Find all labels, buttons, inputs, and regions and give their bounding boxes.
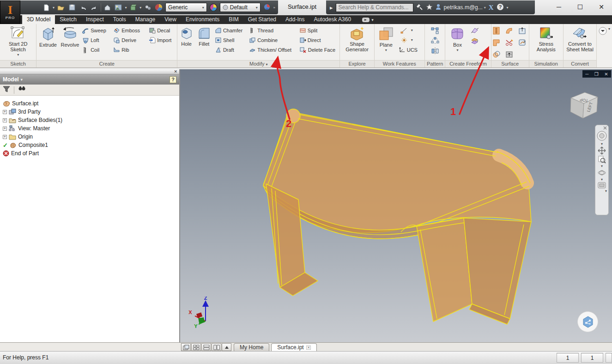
panel-label-simulation[interactable]: Simulation: [529, 60, 563, 67]
convert-to-freeform-button[interactable]: [469, 36, 480, 46]
tree-item-composite1[interactable]: ✓ Composite1: [3, 141, 179, 149]
zoom-button[interactable]: [596, 155, 608, 164]
orbit-button[interactable]: [596, 169, 608, 177]
ruled-surface-button[interactable]: [504, 25, 515, 36]
revolve-button[interactable]: Revolve: [60, 25, 80, 49]
expand-icon[interactable]: +: [3, 135, 7, 139]
material-button[interactable]: [128, 2, 138, 12]
ribbon-collapse-dropdown-icon[interactable]: ▾: [608, 27, 610, 31]
ribbon-collapse-button[interactable]: [599, 27, 607, 36]
open-button[interactable]: [56, 2, 66, 12]
thicken-offset-button[interactable]: Thicken/ Offset: [248, 45, 297, 55]
save-button[interactable]: [67, 2, 77, 12]
redo-button[interactable]: [90, 2, 99, 12]
panel-label-surface[interactable]: Surface: [491, 60, 529, 67]
import-button[interactable]: Import: [148, 35, 176, 45]
tree-item-3rd-party[interactable]: + 3rd Party: [3, 108, 179, 116]
search-input[interactable]: [336, 3, 413, 12]
panel-label-convert[interactable]: Convert: [564, 60, 596, 67]
model-canvas[interactable]: [180, 69, 612, 342]
satellite-icon[interactable]: [416, 4, 423, 12]
freeform-face-button[interactable]: [469, 25, 480, 36]
emboss-button[interactable]: Emboss: [112, 25, 147, 35]
panel-label-create-freeform[interactable]: Create Freeform: [445, 60, 491, 67]
user-icon[interactable]: [436, 4, 441, 11]
maximize-button[interactable]: ☐: [570, 0, 591, 14]
combine-button[interactable]: Combine: [248, 35, 297, 45]
tile-horizontal-button[interactable]: [201, 343, 211, 351]
panel-label-work-features[interactable]: Work Features: [375, 60, 424, 67]
browser-help-icon[interactable]: ?: [170, 76, 176, 83]
view-cube[interactable]: TOP LEFT: [563, 84, 604, 126]
tree-item-end-of-part[interactable]: End of Part: [3, 149, 179, 158]
point-button[interactable]: ▾: [398, 35, 424, 45]
minimize-button[interactable]: ─: [548, 0, 570, 14]
split-button[interactable]: Split: [298, 25, 339, 35]
tab-close-icon[interactable]: ✕: [306, 346, 311, 350]
panel-label-pattern[interactable]: Pattern: [425, 60, 445, 67]
loft-button[interactable]: Loft: [81, 35, 111, 45]
trim-surface-button[interactable]: [504, 37, 515, 48]
zoom-dropdown-icon[interactable]: ▾: [596, 164, 608, 168]
stress-analysis-button[interactable]: Stress Analysis: [532, 25, 560, 53]
panel-label-modify[interactable]: Modify ▾: [177, 60, 339, 67]
browser-header[interactable]: Model▾ ?: [0, 74, 179, 85]
panel-label-create[interactable]: Create: [36, 60, 177, 67]
stitch-surface-button[interactable]: [491, 25, 502, 36]
favorites-star-icon[interactable]: [426, 4, 433, 12]
sweep-button[interactable]: Sweep: [81, 25, 111, 35]
pan-button[interactable]: [596, 146, 608, 155]
render-button[interactable]: [114, 2, 123, 12]
help-icon[interactable]: ?: [497, 3, 504, 12]
appearance-wheel-icon[interactable]: [209, 2, 218, 12]
search-pane-toggle-icon[interactable]: ▸: [330, 4, 333, 11]
undo-button[interactable]: [79, 2, 88, 12]
decal-button[interactable]: Decal: [148, 25, 176, 35]
cascade-windows-button[interactable]: [181, 343, 191, 351]
appearance-select[interactable]: Default▾: [220, 3, 261, 12]
doc-close-icon[interactable]: ✕: [604, 72, 608, 77]
tab-inspect[interactable]: Inspect: [81, 15, 109, 24]
sculpt-button[interactable]: [491, 49, 502, 60]
convert-to-sheet-metal-button[interactable]: Convert to Sheet Metal: [564, 25, 595, 53]
extend-surface-button[interactable]: [517, 25, 528, 36]
look-at-button[interactable]: [596, 182, 608, 188]
tree-item-surface-ipt[interactable]: Surface.ipt: [3, 99, 179, 108]
tab-manage[interactable]: Manage: [131, 15, 160, 24]
navbar-more-dropdown-icon[interactable]: ▾: [596, 189, 608, 193]
adjust-appearance-icon[interactable]: [262, 2, 272, 12]
panel-label-explore[interactable]: Explore: [340, 60, 374, 67]
new-file-dropdown-icon[interactable]: ▾: [53, 6, 55, 10]
tree-item-origin[interactable]: + Origin: [3, 133, 179, 141]
rib-button[interactable]: Rib: [112, 45, 147, 55]
extrude-button[interactable]: Extrude: [37, 25, 58, 49]
ucs-button[interactable]: UCS: [398, 45, 424, 55]
filter-icon[interactable]: [3, 86, 10, 94]
boundary-patch-button[interactable]: [491, 37, 502, 48]
derive-button[interactable]: Derive: [112, 35, 147, 45]
tab-tools[interactable]: Tools: [109, 15, 131, 24]
browser-close-icon[interactable]: ✕: [174, 69, 177, 74]
direct-button[interactable]: Direct: [298, 35, 339, 45]
tab-environments[interactable]: Environments: [181, 15, 224, 24]
navbar-close-icon[interactable]: [596, 126, 608, 130]
tile-vertical-button[interactable]: [212, 343, 221, 351]
mirror-button[interactable]: [430, 46, 441, 56]
panel-label-sketch[interactable]: Sketch: [0, 60, 36, 67]
replace-face-button[interactable]: [517, 37, 528, 48]
material-select[interactable]: Generic▾: [165, 3, 207, 12]
chamfer-button[interactable]: Chamfer: [214, 25, 247, 35]
shape-generator-button[interactable]: Shape Generator: [342, 25, 372, 53]
qat-expand-icon[interactable]: »: [273, 6, 275, 10]
tab-add-ins[interactable]: Add-Ins: [281, 15, 309, 24]
doc-minimize-icon[interactable]: ─: [585, 72, 588, 77]
fit-mesh-face-button[interactable]: [504, 49, 515, 60]
circular-pattern-button[interactable]: [430, 36, 441, 46]
new-file-button[interactable]: [42, 2, 51, 12]
thread-button[interactable]: Thread: [248, 25, 297, 35]
tab-surface-ipt[interactable]: Surface.ipt✕: [271, 343, 317, 351]
rectangular-pattern-button[interactable]: [430, 25, 441, 36]
close-button[interactable]: ✕: [591, 0, 612, 14]
exchange-apps-icon[interactable]: X: [489, 4, 494, 12]
help-dropdown-icon[interactable]: ▾: [507, 6, 509, 10]
